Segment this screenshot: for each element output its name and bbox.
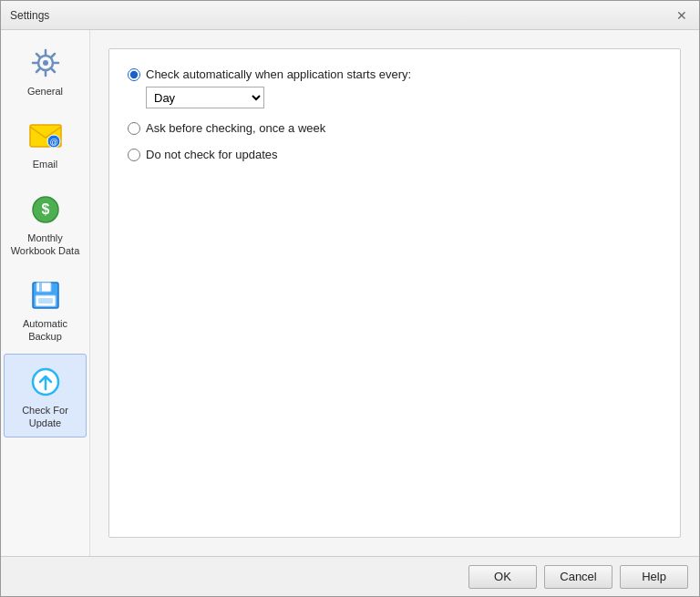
check-update-icon — [27, 364, 64, 400]
content-area: Check automatically when application sta… — [90, 30, 699, 556]
svg-line-9 — [36, 69, 40, 73]
cancel-button[interactable]: Cancel — [544, 565, 612, 589]
sidebar-item-general[interactable]: General — [4, 35, 87, 106]
content-panel: Check automatically when application sta… — [108, 48, 681, 538]
auto-check-radio[interactable] — [128, 68, 140, 81]
sidebar-item-check-update-label: Check For Update — [8, 404, 82, 430]
auto-check-label[interactable]: Check automatically when application sta… — [146, 67, 411, 81]
svg-text:$: $ — [41, 201, 49, 217]
general-icon — [27, 45, 64, 81]
auto-check-row: Check automatically when application sta… — [128, 67, 662, 81]
svg-text:@: @ — [49, 138, 57, 147]
svg-line-6 — [36, 54, 40, 57]
svg-line-8 — [51, 54, 55, 57]
svg-rect-19 — [38, 298, 53, 304]
sidebar-item-monthly-label: Monthly Workbook Data — [8, 232, 82, 258]
svg-point-1 — [43, 60, 48, 66]
sidebar-item-email[interactable]: @ Email — [4, 108, 87, 179]
no-check-radio[interactable] — [128, 149, 140, 161]
window-body: General @ Email — [1, 30, 699, 556]
interval-select[interactable]: Day Week Month — [146, 87, 264, 108]
no-check-label[interactable]: Do not check for updates — [146, 148, 278, 161]
title-bar: Settings ✕ — [1, 1, 699, 30]
settings-window: Settings ✕ — [0, 0, 700, 597]
svg-rect-16 — [36, 283, 51, 292]
help-button[interactable]: Help — [620, 565, 688, 589]
close-button[interactable]: ✕ — [674, 7, 690, 24]
ask-before-row: Ask before checking, once a week — [128, 121, 662, 135]
window-title: Settings — [10, 9, 49, 22]
sidebar-item-email-label: Email — [33, 158, 58, 170]
backup-icon — [27, 277, 64, 314]
ask-before-radio[interactable] — [128, 122, 140, 135]
interval-dropdown-row: Day Week Month — [146, 87, 662, 108]
ask-before-label[interactable]: Ask before checking, once a week — [146, 121, 325, 135]
sidebar-item-backup-label: Automatic Backup — [8, 317, 82, 344]
sidebar: General @ Email — [1, 30, 90, 556]
bottom-bar: OK Cancel Help — [1, 556, 699, 596]
email-icon: @ — [27, 118, 64, 154]
auto-check-option: Check automatically when application sta… — [128, 67, 662, 108]
update-options-group: Check automatically when application sta… — [128, 67, 662, 161]
svg-rect-17 — [39, 283, 42, 292]
monthly-workbook-icon: $ — [27, 191, 64, 228]
sidebar-item-automatic-backup[interactable]: Automatic Backup — [4, 267, 87, 352]
sidebar-item-monthly-workbook-data[interactable]: $ Monthly Workbook Data — [4, 181, 87, 266]
ok-button[interactable]: OK — [468, 565, 537, 589]
no-check-row: Do not check for updates — [128, 148, 662, 161]
svg-line-7 — [51, 69, 55, 73]
sidebar-item-general-label: General — [27, 85, 63, 98]
sidebar-item-check-update[interactable]: Check For Update — [4, 354, 87, 438]
